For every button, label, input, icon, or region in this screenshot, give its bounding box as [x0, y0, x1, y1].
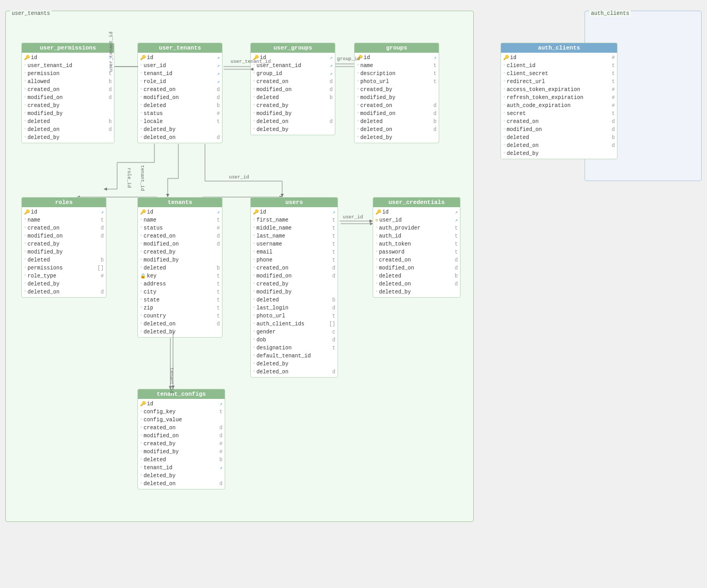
dot-icon: ° [253, 87, 256, 92]
table-row: °created_ond [251, 78, 335, 86]
table-row: °addresst [138, 280, 222, 288]
table-row: °deleted_ond [251, 118, 335, 126]
table-body-auth-clients: 🔑id# °client_idt °client_secrett °redire… [501, 53, 617, 159]
dot-icon: ° [253, 370, 256, 374]
dot-icon: ° [253, 258, 256, 263]
table-row: 🔑id↗ [251, 208, 338, 216]
dot-icon: ° [375, 226, 378, 231]
dot-icon: ° [24, 242, 27, 247]
table-row: °created_ond [138, 86, 222, 94]
table-row: °permissions[] [22, 264, 106, 272]
table-row: °status# [138, 224, 222, 232]
dot-icon: ° [503, 135, 506, 140]
table-row: °phonet [251, 256, 338, 264]
dot-icon: ° [253, 226, 256, 231]
dot-icon: ° [253, 298, 256, 303]
table-groups: groups 🔑id↗ °namet °descriptiont °photo_… [354, 43, 439, 143]
dot-icon: ° [140, 234, 143, 239]
table-row: °cityt [138, 288, 222, 296]
pk-icon: 🔑 [503, 55, 509, 61]
fk-arrow-icon: ↗ [217, 79, 220, 85]
table-row: °deleted_ond [138, 480, 225, 488]
table-row: °deletedb [251, 94, 335, 102]
dot-icon: ° [253, 290, 256, 295]
table-tenants: tenants 🔑id↗ °namet °status# °created_on… [137, 197, 223, 338]
main-container-label: user_tenants [10, 11, 52, 17]
fk-arrow-icon: ↗ [330, 71, 333, 77]
pk-icon: 🔑 [140, 401, 146, 407]
table-header-user-tenants: user_tenants [138, 43, 222, 53]
dot-icon: ° [253, 322, 256, 326]
dot-icon: ° [24, 71, 27, 76]
dot-icon: ° [140, 282, 143, 287]
dot-icon: ° [140, 258, 143, 263]
table-row: °modified_ond [22, 232, 106, 240]
dot-icon: ° [375, 258, 378, 263]
dot-icon: ° [140, 314, 143, 318]
table-row: °modified_ond [138, 432, 225, 440]
table-row: °created_by [355, 86, 439, 94]
table-row: °created_ond [501, 118, 617, 126]
dot-icon: ° [24, 250, 27, 255]
dot-icon: ° [357, 63, 359, 68]
table-header-users: users [251, 198, 338, 207]
table-row: °deleted_by [251, 360, 338, 368]
dot-icon: ° [253, 234, 256, 239]
table-header-user-permissions: user_permissions [22, 43, 114, 53]
table-row: °created_by [22, 102, 114, 110]
dot-icon: ° [503, 143, 506, 148]
table-row: °localet [138, 118, 222, 126]
auth-container-label: auth_clients [589, 11, 631, 17]
fk-arrow-icon: ↗ [217, 63, 220, 69]
dot-icon: ° [140, 458, 143, 462]
table-row: °photo_urlt [251, 312, 338, 320]
dot-icon: ° [253, 63, 256, 68]
dot-icon: ° [357, 71, 359, 76]
pk-icon: 🔑 [375, 209, 381, 215]
dot-icon: ° [140, 306, 143, 311]
table-body-roles: 🔑id↗ °namet °created_ond °modified_ond °… [22, 207, 106, 297]
table-row: °created_ond [355, 102, 439, 110]
dot-icon: ° [24, 127, 27, 132]
table-row: 🔑id↗ [22, 208, 106, 216]
dot-icon: ° [253, 346, 256, 350]
dot-icon: ° [24, 111, 27, 116]
table-row: °deleted_by [138, 328, 222, 336]
table-body-tenants: 🔑id↗ °namet °status# °created_ond °modif… [138, 207, 222, 337]
dot-icon: ° [24, 95, 27, 100]
table-row: °deleted_ond [138, 320, 222, 328]
table-row: °allowedb [22, 78, 114, 86]
dot-icon: ° [375, 234, 378, 239]
table-header-tenant-configs: tenant_configs [138, 389, 225, 399]
dot-icon: ° [253, 71, 256, 76]
dot-icon: ° [24, 258, 27, 263]
table-row: °photo_urlt [355, 78, 439, 86]
table-row: °deletedb [355, 118, 439, 126]
dot-icon: ° [253, 119, 256, 124]
dot-icon: ° [253, 103, 256, 108]
table-row: °created_by [138, 248, 222, 256]
table-body-user-permissions: 🔑id↗ °user_tenant_id↗ °permissiont °allo… [22, 53, 114, 143]
dot-icon: ° [375, 242, 378, 247]
table-user-permissions: user_permissions 🔑id↗ °user_tenant_id↗ °… [21, 43, 114, 143]
table-row: °auth_code_expiration# [501, 102, 617, 110]
table-row: °passwordt [373, 248, 460, 256]
table-row: °secrett [501, 110, 617, 118]
table-row: °modified_ond [251, 86, 335, 94]
table-row: °deleted_ond [373, 280, 460, 288]
dot-icon: ° [24, 282, 27, 287]
table-header-auth-clients: auth_clients [501, 43, 617, 53]
fk-icon: ↗ [434, 55, 437, 61]
table-row: °modified_ond [22, 94, 114, 102]
dot-icon: ° [140, 103, 143, 108]
dot-icon: ° [503, 71, 506, 76]
dot-icon: ° [24, 135, 27, 140]
table-row: °auth_providert [373, 224, 460, 232]
table-row: °usernamet [251, 240, 338, 248]
fk-icon: ↗ [455, 209, 458, 215]
table-row: °last_namet [251, 232, 338, 240]
table-auth-clients: auth_clients 🔑id# °client_idt °client_se… [500, 43, 618, 159]
dot-icon: ° [253, 127, 256, 132]
table-row: °user_tenant_id↗ [251, 62, 335, 70]
table-row: °countryt [138, 312, 222, 320]
